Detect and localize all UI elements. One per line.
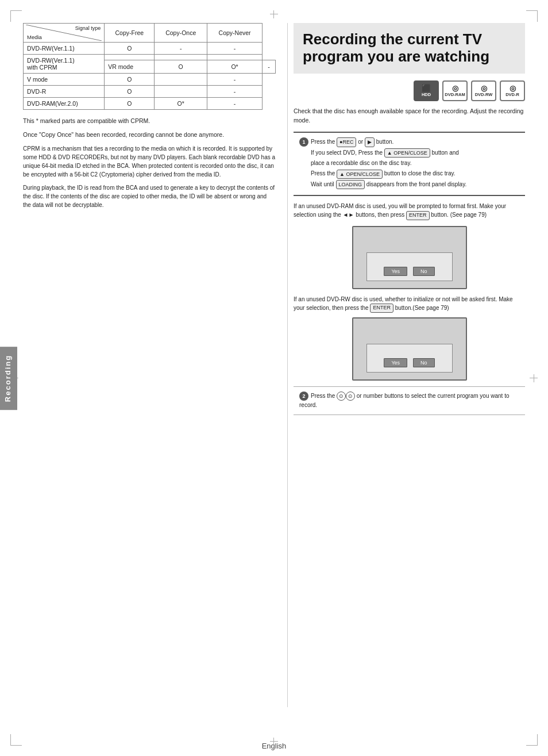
check-text: Check that the disc has enough available… <box>294 107 525 125</box>
table-row: V mode O - <box>24 74 276 86</box>
dvd-rw-icon: ◎ DVD-RW <box>471 80 496 101</box>
dialog-yes-btn-1[interactable]: Yes <box>384 267 407 276</box>
dialog-inner-2: Yes No <box>366 344 453 373</box>
cprm-para2: During playback, the ID is read from the… <box>23 183 276 209</box>
left-column: Media Signal type Copy-Free Copy-Once Co… <box>23 23 287 707</box>
center-mark-bottom <box>270 738 278 746</box>
table-header-signal: Signal type <box>75 25 101 31</box>
page-title-box: Recording the current TVprogram you are … <box>294 23 525 74</box>
table-row: DVD-RAM(Ver.2.0) O O* - <box>24 98 276 110</box>
dialog-box-2: Yes No <box>352 317 467 381</box>
corner-mark-tl <box>10 10 22 22</box>
side-tab-recording: Recording <box>0 346 17 409</box>
corner-mark-bl <box>10 734 22 746</box>
table-header-copy-never: Copy-Never <box>207 24 263 43</box>
page-title: Recording the current TVprogram you are … <box>303 31 516 66</box>
media-icons-row: ⬛ HDD ◎ DVD-RAM ◎ DVD-RW ◎ DVD-R <box>294 80 525 101</box>
corner-mark-tr <box>526 10 538 22</box>
dvd-ram-format-text: If an unused DVD-RAM disc is used, you w… <box>294 202 525 220</box>
dialog-inner-1: Yes No <box>366 252 453 281</box>
cprm-para1: CPRM is a mechanism that ties a recordin… <box>23 144 276 179</box>
copy-once-note: Once "Copy Once" has been recorded, reco… <box>23 131 276 140</box>
page: Recording Media Signal type <box>0 0 548 756</box>
dvd-ram-icon: ◎ DVD-RAM <box>442 80 468 101</box>
table-row: DVD-RW(Ver.1.1)with CPRM <box>24 55 276 60</box>
dialog-box-1: Yes No <box>352 226 467 289</box>
dialog-yes-btn-2[interactable]: Yes <box>384 358 407 367</box>
corner-mark-br <box>526 734 538 746</box>
right-column: Recording the current TVprogram you are … <box>287 23 525 707</box>
dvd-r-icon: ◎ DVD-R <box>500 80 525 101</box>
center-mark-top <box>270 10 278 18</box>
step2-press-section: 2Press the ⊙⊙ or number buttons to selec… <box>294 386 525 415</box>
table-header-media: Media <box>27 34 42 40</box>
center-mark-right <box>530 374 538 382</box>
table-row: DVD-R O - <box>24 86 276 98</box>
marked-parts-note: This * marked parts are compatible with … <box>23 117 276 126</box>
hdd-icon: ⬛ HDD <box>414 80 439 101</box>
compatibility-table: Media Signal type Copy-Free Copy-Once Co… <box>23 23 276 110</box>
step1-section: 1Press the ●REC or ▶ button. If you sele… <box>294 132 525 196</box>
main-content: Media Signal type Copy-Free Copy-Once Co… <box>23 23 525 707</box>
dialog-no-btn-1[interactable]: No <box>413 267 435 276</box>
table-header-copy-free: Copy-Free <box>105 24 155 43</box>
dvd-rw-format-text: If an unused DVD-RW disc is used, whethe… <box>294 295 525 313</box>
dialog-no-btn-2[interactable]: No <box>413 358 435 367</box>
table-header-copy-once: Copy-Once <box>155 24 207 43</box>
table-row: DVD-RW(Ver.1.1) O - - <box>24 43 276 55</box>
